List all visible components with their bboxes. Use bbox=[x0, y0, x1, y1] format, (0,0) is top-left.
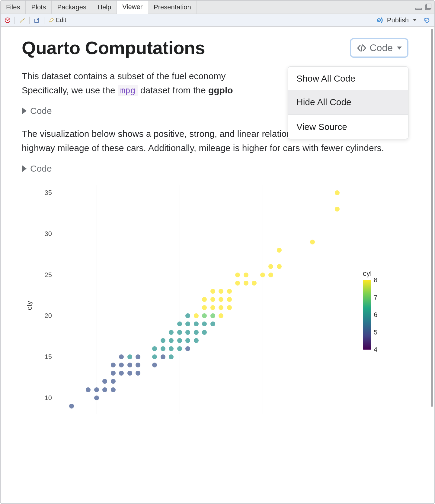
data-point bbox=[194, 321, 199, 326]
panel-tabstrip: Files Plots Packages Help Viewer Present… bbox=[1, 1, 434, 14]
data-point bbox=[136, 363, 140, 367]
chevron-down-icon bbox=[413, 19, 417, 21]
legend-tick: 7 bbox=[374, 294, 377, 302]
legend-tick: 5 bbox=[374, 328, 377, 336]
data-point bbox=[227, 305, 232, 310]
vertical-scrollbar[interactable] bbox=[430, 27, 434, 503]
legend-tick: 4 bbox=[374, 346, 377, 354]
menu-hide-all-code[interactable]: Hide All Code bbox=[288, 90, 408, 114]
color-legend: cyl 45678 bbox=[363, 185, 390, 426]
code-tools-label: Code bbox=[370, 42, 393, 53]
data-point bbox=[177, 346, 182, 351]
svg-point-7 bbox=[378, 20, 379, 21]
chevron-right-icon bbox=[22, 107, 27, 115]
data-point bbox=[152, 354, 157, 359]
tab-files[interactable]: Files bbox=[1, 1, 26, 14]
page-title: Quarto Computations bbox=[22, 37, 205, 58]
broom-icon[interactable] bbox=[17, 16, 27, 25]
data-point bbox=[111, 363, 116, 367]
data-point bbox=[227, 289, 232, 294]
data-point bbox=[244, 273, 248, 277]
data-point bbox=[194, 338, 199, 343]
data-point bbox=[335, 207, 340, 212]
code-fold-toggle-2[interactable]: Code bbox=[22, 163, 408, 174]
data-point bbox=[94, 396, 99, 400]
data-point bbox=[94, 387, 99, 392]
publish-button[interactable]: Publish bbox=[376, 16, 417, 24]
data-point bbox=[69, 404, 74, 409]
data-point bbox=[177, 321, 182, 326]
tab-help[interactable]: Help bbox=[92, 1, 117, 14]
data-point bbox=[152, 363, 157, 367]
data-point bbox=[335, 190, 340, 195]
data-point bbox=[177, 338, 182, 343]
data-point bbox=[111, 387, 116, 392]
scrollbar-thumb[interactable] bbox=[431, 29, 433, 407]
data-point bbox=[169, 354, 174, 359]
data-point bbox=[127, 371, 132, 376]
data-point bbox=[310, 240, 315, 244]
tab-plots[interactable]: Plots bbox=[26, 1, 52, 14]
y-tick-label: 15 bbox=[38, 353, 52, 361]
data-point bbox=[219, 313, 223, 318]
edit-button[interactable]: Edit bbox=[47, 16, 68, 25]
tab-presentation[interactable]: Presentation bbox=[148, 1, 197, 14]
menu-show-all-code[interactable]: Show All Code bbox=[288, 67, 408, 90]
publish-button-label: Publish bbox=[387, 16, 409, 24]
svg-line-8 bbox=[361, 45, 362, 51]
data-point bbox=[210, 297, 215, 302]
data-point bbox=[111, 371, 116, 376]
data-point bbox=[152, 346, 157, 351]
minimize-panel-icon[interactable] bbox=[415, 4, 422, 10]
y-tick-label: 10 bbox=[38, 394, 52, 402]
tab-packages[interactable]: Packages bbox=[52, 1, 92, 14]
data-point bbox=[119, 363, 124, 367]
data-point bbox=[227, 297, 232, 302]
data-point bbox=[202, 297, 207, 302]
data-point bbox=[219, 289, 223, 294]
data-point bbox=[161, 354, 165, 359]
svg-line-4 bbox=[23, 18, 24, 20]
y-axis-title: cty bbox=[25, 301, 34, 310]
maximize-panel-icon[interactable] bbox=[424, 4, 431, 10]
data-point bbox=[235, 281, 240, 286]
data-point bbox=[268, 264, 273, 269]
data-point bbox=[210, 321, 215, 326]
data-point bbox=[102, 387, 107, 392]
svg-rect-0 bbox=[416, 8, 422, 9]
legend-tick: 8 bbox=[374, 276, 377, 284]
data-point bbox=[235, 273, 240, 277]
data-point bbox=[161, 338, 165, 343]
data-point bbox=[169, 338, 174, 343]
package-name: ggplo bbox=[208, 85, 233, 95]
svg-rect-2 bbox=[427, 4, 431, 8]
code-tools-menu: Show All Code Hide All Code View Source bbox=[288, 66, 408, 139]
data-point bbox=[127, 354, 132, 359]
data-point bbox=[268, 273, 273, 277]
code-tools-toggle[interactable]: Code bbox=[350, 38, 409, 58]
data-point bbox=[210, 305, 215, 310]
caret-down-icon bbox=[397, 47, 402, 50]
data-point bbox=[111, 379, 116, 384]
viewer-content: Quarto Computations Code Show All Code H… bbox=[1, 27, 430, 503]
data-point bbox=[185, 346, 190, 351]
data-point bbox=[185, 321, 190, 326]
refresh-viewer-icon[interactable] bbox=[422, 16, 432, 25]
data-point bbox=[177, 330, 182, 335]
data-point bbox=[185, 313, 190, 318]
tab-viewer[interactable]: Viewer bbox=[117, 1, 148, 14]
clear-viewer-button[interactable] bbox=[3, 16, 12, 25]
data-point bbox=[185, 330, 190, 335]
data-point bbox=[202, 321, 207, 326]
legend-tick: 6 bbox=[374, 311, 377, 319]
viewer-toolbar: Edit Publish bbox=[1, 14, 434, 27]
data-point bbox=[169, 346, 174, 351]
data-point bbox=[185, 338, 190, 343]
data-point bbox=[119, 354, 124, 359]
data-point bbox=[194, 330, 199, 335]
popout-viewer-icon[interactable] bbox=[32, 16, 42, 25]
data-point bbox=[194, 313, 199, 318]
y-tick-label: 25 bbox=[38, 271, 52, 279]
menu-view-source[interactable]: View Source bbox=[288, 115, 408, 139]
data-point bbox=[161, 346, 165, 351]
